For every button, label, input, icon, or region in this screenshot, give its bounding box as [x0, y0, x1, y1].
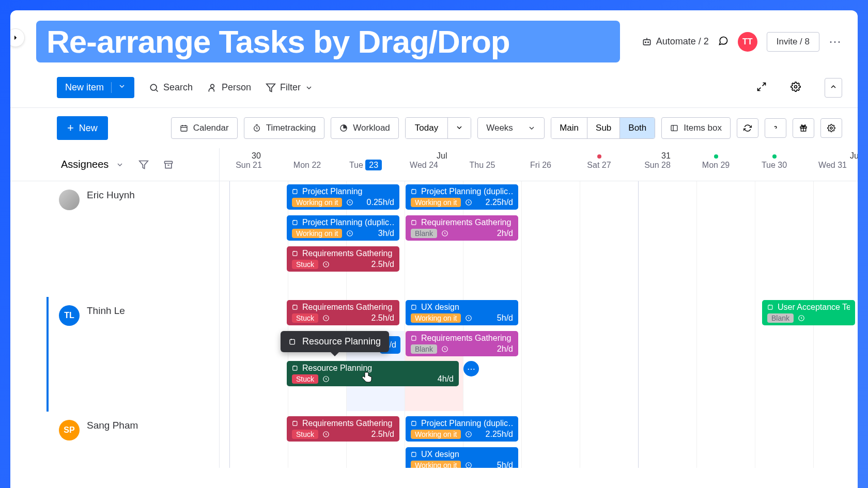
settings-button[interactable] — [791, 82, 801, 94]
svg-point-5 — [795, 85, 797, 88]
filter-label: Filter — [280, 82, 301, 93]
today-dropdown-button[interactable] — [447, 118, 471, 138]
task-card[interactable]: Project Planning (duplic…Working on it2.… — [406, 184, 518, 210]
svg-rect-40 — [290, 339, 295, 344]
help-button[interactable] — [765, 118, 786, 138]
task-card[interactable]: Project PlanningWorking on it0.25h/d — [287, 184, 399, 210]
day-column[interactable]: Thu 25 — [453, 148, 512, 181]
task-card[interactable]: Requirements GatheringStuck2.5h/d — [287, 300, 399, 325]
svg-rect-16 — [412, 190, 416, 194]
cursor-icon — [362, 371, 372, 386]
gift-button[interactable] — [793, 118, 814, 138]
day-column[interactable]: Sun 28 — [628, 148, 687, 181]
timetracking-view-button[interactable]: Timetracking — [244, 117, 325, 139]
svg-rect-6 — [181, 125, 187, 131]
task-card[interactable]: Requirements Gathering …Blank2h/d — [406, 331, 518, 356]
new-item-button[interactable]: New item — [57, 77, 134, 98]
weeks-dropdown-button[interactable]: Weeks — [477, 117, 545, 139]
svg-rect-30 — [412, 336, 416, 340]
day-column[interactable]: Wed 31 — [803, 148, 858, 181]
avatar — [59, 190, 80, 210]
svg-rect-38 — [412, 452, 416, 456]
assignee-row[interactable]: TL Thinh Le — [47, 297, 219, 412]
refresh-button[interactable] — [737, 118, 758, 138]
task-card[interactable]: Project Planning (duplic…Working on it3h… — [287, 215, 399, 241]
assignee-row[interactable]: Eric Huynh — [47, 181, 219, 297]
archive-icon[interactable] — [163, 160, 174, 170]
filter-button[interactable]: Filter — [266, 82, 313, 93]
items-box-label: Items box — [684, 123, 722, 133]
day-column[interactable]: Sat 27 — [570, 148, 628, 181]
collapse-pane-button[interactable] — [825, 78, 842, 98]
svg-rect-13 — [165, 161, 173, 163]
filter-icon[interactable] — [138, 160, 149, 170]
plus-icon: + — [67, 121, 74, 135]
task-card[interactable]: UX designWorking on it5h/d — [406, 447, 518, 468]
day-column[interactable]: Wed 24 — [395, 148, 453, 181]
toolbar-secondary: + New Calendar Timetracking Workload Tod… — [10, 108, 858, 148]
page-title: Re-arrange Tasks by Drag/Drop — [36, 21, 620, 62]
search-button[interactable]: Search — [149, 82, 193, 93]
svg-point-1 — [645, 42, 646, 43]
more-menu-button[interactable]: ⋯ — [829, 35, 842, 49]
assignee-column: Eric Huynh TL Thinh Le SP Sang Pham — [47, 181, 220, 468]
assignee-name: Sang Pham — [87, 420, 138, 431]
assignee-row[interactable]: SP Sang Pham — [47, 412, 219, 463]
automate-button[interactable]: Automate / 2 — [642, 36, 709, 47]
svg-rect-14 — [293, 190, 297, 194]
svg-point-12 — [830, 127, 832, 129]
svg-rect-20 — [412, 221, 416, 225]
svg-rect-36 — [412, 421, 416, 426]
day-column[interactable]: Mon 22 — [278, 148, 336, 181]
day-column[interactable]: Sun 21 — [220, 148, 278, 181]
sub-view-button[interactable]: Sub — [587, 118, 620, 138]
timeline-body: Eric Huynh TL Thinh Le SP Sang Pham Proj… — [10, 181, 858, 468]
view-mode-segment: Main Sub Both — [551, 117, 655, 139]
assignees-label: Assignees — [61, 159, 109, 170]
chevron-down-icon[interactable] — [111, 82, 126, 93]
svg-point-3 — [150, 84, 157, 90]
new-label: New — [79, 123, 98, 134]
timeline-grid[interactable]: Project PlanningWorking on it0.25h/dProj… — [220, 181, 858, 468]
workload-view-button[interactable]: Workload — [331, 117, 399, 139]
main-view-button[interactable]: Main — [551, 118, 587, 138]
day-column[interactable]: Mon 29 — [687, 148, 745, 181]
svg-rect-34 — [293, 421, 297, 426]
task-card[interactable]: Requirements GatheringStuck2.5h/d — [287, 246, 399, 272]
task-card[interactable]: Resource PlanningStuck4h/d — [287, 361, 459, 386]
person-filter-button[interactable]: Person — [207, 82, 251, 93]
task-card[interactable]: Requirements Gathering …Blank2h/d — [406, 215, 518, 241]
new-button[interactable]: + New — [57, 116, 108, 140]
workload-label: Workload — [353, 123, 390, 133]
svg-point-2 — [647, 42, 648, 43]
task-card[interactable]: Project Planning (duplic…Working on it2.… — [406, 416, 518, 442]
svg-rect-32 — [293, 366, 297, 370]
fullscreen-button[interactable] — [756, 82, 767, 94]
chevron-down-icon — [305, 84, 313, 92]
settings-button-2[interactable] — [820, 118, 842, 138]
both-view-button[interactable]: Both — [620, 118, 655, 138]
day-column[interactable]: Tue 30 — [745, 148, 803, 181]
invite-button[interactable]: Invite / 8 — [767, 32, 819, 52]
svg-rect-28 — [768, 305, 772, 309]
day-column[interactable]: Tue 23 — [336, 148, 395, 181]
task-actions-button[interactable]: ⋯ — [463, 361, 479, 376]
user-avatar[interactable]: TT — [738, 32, 757, 52]
svg-rect-26 — [412, 305, 416, 309]
timetracking-label: Timetracking — [266, 123, 316, 133]
day-column[interactable]: Fri 26 — [512, 148, 570, 181]
calendar-view-button[interactable]: Calendar — [171, 117, 238, 139]
task-card[interactable]: UX designWorking on it5h/d — [406, 300, 518, 325]
calendar-label: Calendar — [193, 123, 229, 133]
avatar: SP — [59, 420, 80, 440]
automate-label: Automate / 2 — [656, 36, 709, 47]
timeline-header: Assignees Jul Jul 30 31 Sun 21Mon 22Tue … — [10, 148, 858, 181]
task-card[interactable]: Requirements GatheringStuck2.5h/d — [287, 416, 399, 442]
day-headers: Jul Jul 30 31 Sun 21Mon 22Tue 23Wed 24Th… — [220, 148, 858, 181]
svg-rect-24 — [293, 305, 297, 309]
assignees-column-header[interactable]: Assignees — [47, 148, 220, 181]
task-card[interactable]: User Acceptance TesBlank — [762, 300, 855, 325]
items-box-button[interactable]: Items box — [661, 117, 731, 139]
chat-button[interactable] — [718, 36, 729, 48]
today-button[interactable]: Today — [406, 118, 447, 138]
